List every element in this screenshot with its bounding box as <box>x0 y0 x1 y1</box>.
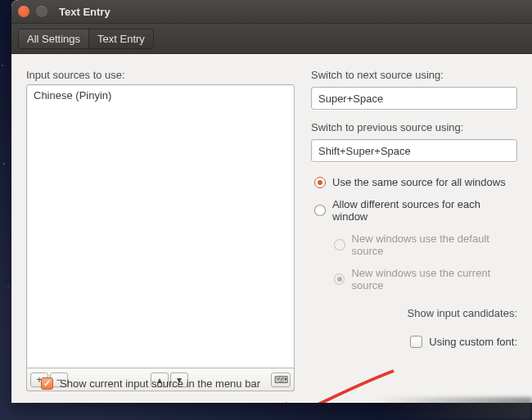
list-item[interactable]: Chinese (Pinyin) <box>32 88 289 102</box>
radio-same-label: Use the same source for all windows <box>332 176 506 188</box>
input-sources-heading: Input sources to use: <box>26 69 295 81</box>
show-in-menu-label: Show current input source in the menu ba… <box>60 377 260 390</box>
radio-diff-sources[interactable]: Allow different sources for each window <box>314 198 517 223</box>
switch-prev-label: Switch to previous source using: <box>311 121 517 133</box>
window-title: Text Entry <box>59 6 110 18</box>
radio-new-default-label: New windows use the default source <box>352 233 517 257</box>
breadcrumb: All Settings Text Entry <box>11 23 532 54</box>
keyboard-layout-button[interactable]: ⌨ <box>271 373 291 387</box>
settings-window: Text Entry All Settings Text Entry Input… <box>11 0 532 403</box>
show-in-menu-row[interactable]: Show current input source in the menu ba… <box>41 377 260 390</box>
radio-icon <box>314 177 326 188</box>
show-candidates-label: Show input candidates: <box>408 307 517 319</box>
radio-new-current-label: New windows use the current source <box>351 267 517 291</box>
switch-prev-value: Shift+Super+Space <box>318 145 411 157</box>
radio-new-current: New windows use the current source <box>334 267 517 291</box>
breadcrumb-all-settings[interactable]: All Settings <box>18 29 89 49</box>
checkbox-icon <box>41 377 53 390</box>
radio-diff-label: Allow different sources for each window <box>332 198 517 223</box>
switch-next-label: Switch to next source using: <box>311 69 517 81</box>
checkbox-icon <box>410 336 422 348</box>
keyboard-icon: ⌨ <box>274 374 288 386</box>
using-custom-font-label: Using custom font: <box>429 336 517 348</box>
minimize-icon[interactable] <box>36 6 47 17</box>
radio-same-source[interactable]: Use the same source for all windows <box>314 176 517 188</box>
radio-icon <box>334 239 345 251</box>
switch-prev-field[interactable]: Shift+Super+Space <box>311 139 517 162</box>
input-sources-list[interactable]: Chinese (Pinyin) <box>26 84 295 368</box>
radio-new-default: New windows use the default source <box>334 233 517 257</box>
radio-icon <box>314 205 326 216</box>
using-custom-font-row[interactable]: Using custom font: <box>311 336 517 348</box>
switch-next-field[interactable]: Super+Space <box>311 87 517 110</box>
radio-icon <box>334 273 345 285</box>
titlebar[interactable]: Text Entry <box>11 0 532 23</box>
close-icon[interactable] <box>18 6 29 17</box>
breadcrumb-text-entry[interactable]: Text Entry <box>88 29 154 49</box>
switch-next-value: Super+Space <box>318 93 383 105</box>
